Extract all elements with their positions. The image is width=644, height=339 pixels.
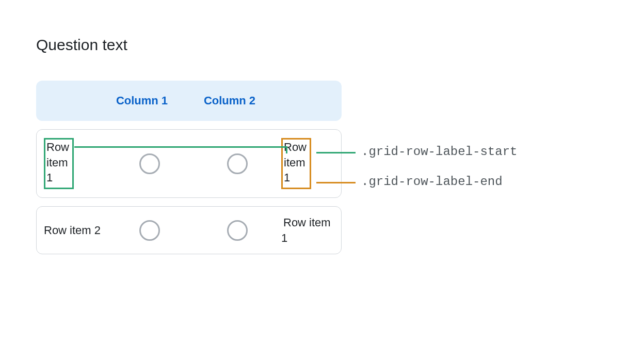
radio-cell [194,220,281,241]
radio-cell [106,220,194,241]
grid-question: Column 1 Column 2 Row item 1 Row item 1 … [36,81,342,254]
grid-row: Row item 1 Row item 1 [36,129,342,198]
radio-icon[interactable] [227,220,248,241]
callout-line-icon [316,152,356,153]
callout-label-start: .grid-row-label-start [361,145,517,159]
radio-cell [106,153,194,174]
callout-label-end: .grid-row-label-end [361,175,503,189]
row-label-start-cell: Row item 2 [44,223,106,238]
question-title: Question text [36,36,608,54]
column-header-row: Column 1 Column 2 [36,81,342,121]
radio-icon[interactable] [139,153,160,174]
callout-line-icon [286,146,287,153]
grid-row-label-start: Row item 1 [44,138,74,189]
callout-line-icon [316,182,356,183]
example-card: Question text Column 1 Column 2 Row item… [0,0,644,339]
column-header-2: Column 2 [186,94,273,107]
grid-row-label-end: Row item 1 [281,138,311,189]
radio-cell [194,153,281,174]
radio-icon[interactable] [227,153,248,174]
row-label-start-cell: Row item 1 [44,138,106,189]
grid-row-label-start: Row item 2 [44,224,101,237]
radio-icon[interactable] [139,220,160,241]
grid-row: Row item 2 Row item 1 [36,206,342,254]
row-label-end-cell: Row item 1 [281,215,334,245]
grid-row-label-end: Row item 1 [281,216,331,244]
callout-line-icon [74,146,286,148]
column-header-1: Column 1 [98,94,186,107]
